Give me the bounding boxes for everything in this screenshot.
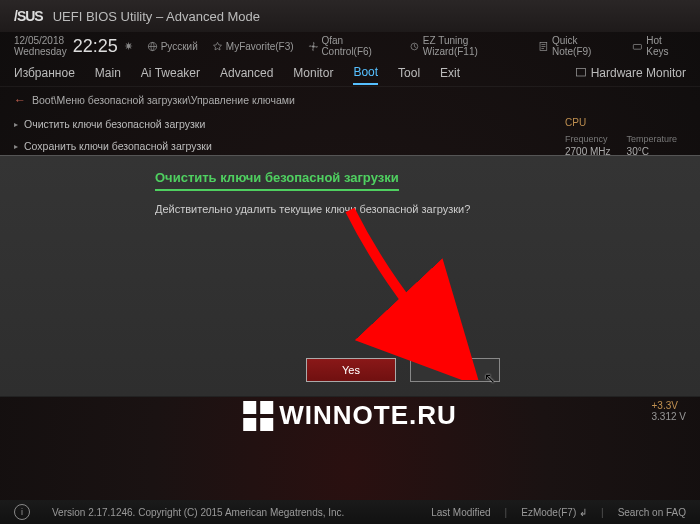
time-text: 22:25	[73, 36, 118, 57]
windows-logo-icon	[243, 401, 273, 431]
quicknote-link[interactable]: Quick Note(F9)	[538, 35, 618, 57]
ezmode-link[interactable]: EzMode(F7) ↲	[521, 507, 587, 518]
cpu-section-label: CPU	[565, 117, 690, 128]
temp-label: Temperature	[627, 134, 678, 144]
voltage-readout: +3.3V 3.312 V	[652, 400, 686, 422]
statusbar: i Version 2.17.1246. Copyright (C) 2015 …	[0, 500, 700, 524]
breadcrumb[interactable]: ← Boot\Меню безопасной загрузки\Управлен…	[0, 87, 700, 113]
volt-value: 3.312 V	[652, 411, 686, 422]
hardware-monitor-panel: CPU Frequency 2700 MHz Temperature 30°C	[555, 113, 700, 157]
titlebar: /SUS UEFI BIOS Utility – Advanced Mode	[0, 0, 700, 32]
tab-tool[interactable]: Tool	[398, 62, 420, 84]
back-arrow-icon[interactable]: ←	[14, 93, 26, 107]
qfan-link[interactable]: Qfan Control(F6)	[308, 35, 395, 57]
main-menu: Избранное Main Ai Tweaker Advanced Monit…	[0, 60, 700, 87]
option-clear-keys[interactable]: Очистить ключи безопасной загрузки	[14, 113, 541, 135]
hotkeys-link[interactable]: Hot Keys	[632, 35, 686, 57]
tab-exit[interactable]: Exit	[440, 62, 460, 84]
options-panel: Очистить ключи безопасной загрузки Сохра…	[0, 113, 555, 157]
info-icon[interactable]: i	[14, 504, 30, 520]
version-text: Version 2.17.1246. Copyright (C) 2015 Am…	[52, 507, 344, 518]
tab-aitweaker[interactable]: Ai Tweaker	[141, 62, 200, 84]
watermark-text: WINNOTE.RU	[279, 400, 457, 431]
topbar: 12/05/2018 Wednesday 22:25 ✷ Русский MyF…	[0, 32, 700, 60]
breadcrumb-path: Boot\Меню безопасной загрузки\Управление…	[32, 94, 295, 106]
tab-favorites[interactable]: Избранное	[14, 62, 75, 84]
option-save-keys[interactable]: Сохранить ключи безопасной загрузки	[14, 135, 541, 157]
language-link[interactable]: Русский	[147, 41, 198, 52]
tab-monitor[interactable]: Monitor	[293, 62, 333, 84]
no-button[interactable]: No	[410, 358, 500, 382]
modal-dialog: Очистить ключи безопасной загрузки Дейст…	[0, 155, 700, 397]
volt-label: +3.3V	[652, 400, 686, 411]
hardware-monitor-link[interactable]: Hardware Monitor	[575, 66, 686, 80]
dialog-title: Очистить ключи безопасной загрузки	[155, 170, 399, 191]
myfavorite-link[interactable]: MyFavorite(F3)	[212, 41, 294, 52]
svg-rect-4	[634, 44, 642, 49]
tab-main[interactable]: Main	[95, 62, 121, 84]
search-faq-link[interactable]: Search on FAQ	[618, 507, 686, 518]
vendor-logo: /SUS	[14, 8, 43, 24]
datetime: 12/05/2018 Wednesday 22:25 ✷	[14, 35, 133, 57]
last-modified-link[interactable]: Last Modified	[431, 507, 490, 518]
gear-icon[interactable]: ✷	[124, 40, 133, 53]
tab-boot[interactable]: Boot	[353, 61, 378, 85]
watermark: WINNOTE.RU	[243, 400, 457, 431]
svg-point-1	[312, 45, 315, 48]
yes-button[interactable]: Yes	[306, 358, 396, 382]
eztuning-link[interactable]: EZ Tuning Wizard(F11)	[409, 35, 524, 57]
day-text: Wednesday	[14, 46, 67, 57]
dialog-body: Действительно удалить текущие ключи безо…	[155, 203, 545, 215]
date-text: 12/05/2018	[14, 35, 67, 46]
svg-rect-5	[576, 69, 585, 77]
tab-advanced[interactable]: Advanced	[220, 62, 273, 84]
freq-label: Frequency	[565, 134, 611, 144]
app-title: UEFI BIOS Utility – Advanced Mode	[53, 9, 260, 24]
